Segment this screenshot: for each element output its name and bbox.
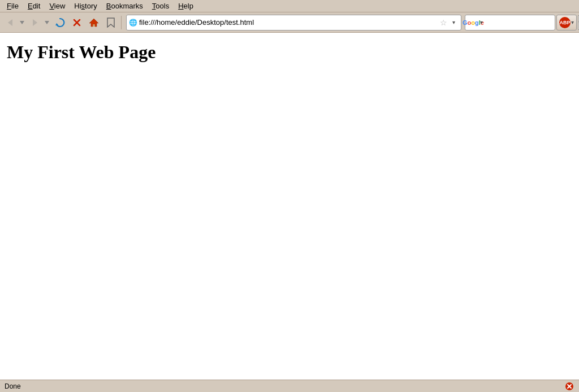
toolbar-separator <box>121 16 122 29</box>
back-dropdown[interactable] <box>18 15 26 31</box>
statusbar: Done <box>0 380 579 392</box>
address-input[interactable] <box>139 18 438 27</box>
forward-button[interactable] <box>27 15 43 31</box>
adblock-plus-button[interactable]: ABP ▾ <box>556 15 577 31</box>
back-group <box>2 15 26 31</box>
adblock-dropdown-arrow: ▾ <box>571 19 574 25</box>
menu-bookmarks[interactable]: Bookmarks <box>102 1 148 11</box>
svg-marker-0 <box>8 19 12 26</box>
menu-history[interactable]: History <box>70 1 101 11</box>
bookmark-star-button[interactable]: ☆ <box>438 18 448 28</box>
menu-edit[interactable]: Edit <box>23 1 45 11</box>
svg-marker-1 <box>20 21 24 24</box>
page-heading: My First Web Page <box>7 42 572 63</box>
status-text: Done <box>5 382 21 390</box>
forward-dropdown[interactable] <box>43 15 51 31</box>
menu-view[interactable]: View <box>45 1 70 11</box>
svg-marker-2 <box>33 19 37 26</box>
search-engine-logo: Google <box>468 17 479 28</box>
home-button[interactable] <box>86 15 102 31</box>
menu-file[interactable]: File <box>2 1 23 11</box>
addressbar: 🌐 ☆ ▾ <box>126 15 461 31</box>
menu-help[interactable]: Help <box>174 1 198 11</box>
reload-button[interactable] <box>52 15 68 31</box>
bookmark-this-page-button[interactable] <box>103 15 119 31</box>
forward-group <box>27 15 51 31</box>
stop-button[interactable] <box>69 15 85 31</box>
back-button[interactable] <box>2 15 18 31</box>
page-content: My First Web Page <box>0 33 579 380</box>
svg-rect-8 <box>93 24 95 27</box>
status-icon <box>564 381 574 391</box>
toolbar: 🌐 ☆ ▾ Google ▾ ABP ▾ <box>0 12 579 33</box>
menubar: File Edit View History Bookmarks Tools H… <box>0 0 579 12</box>
menu-tools[interactable]: Tools <box>148 1 174 11</box>
search-container: Google ▾ <box>465 15 555 31</box>
address-dropdown-button[interactable]: ▾ <box>448 15 459 31</box>
svg-marker-3 <box>45 21 49 24</box>
adblock-plus-icon: ABP <box>559 17 571 28</box>
page-icon: 🌐 <box>129 19 137 27</box>
